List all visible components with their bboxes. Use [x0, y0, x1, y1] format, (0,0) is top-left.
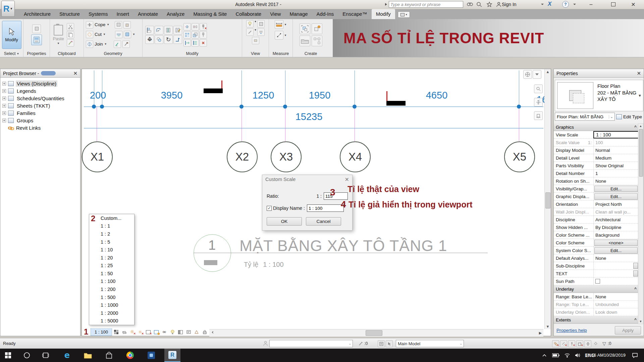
custom-scale-dialog[interactable]: Custom Scale ✕ Ratio: 1 : ✓ Display Name… — [262, 175, 353, 231]
create-assembly-icon[interactable] — [312, 36, 322, 46]
property-row[interactable]: Graphics — [554, 123, 639, 131]
properties-toggle-icon[interactable] — [32, 24, 41, 33]
analytical-model-icon[interactable] — [193, 329, 201, 336]
property-row[interactable]: System Color S... Edit... — [554, 247, 639, 254]
tree-expander-icon[interactable] — [2, 82, 6, 85]
linework-brush-icon[interactable] — [246, 28, 254, 36]
panel-label-measure[interactable]: Measure — [269, 50, 292, 57]
dimension-witness-dot[interactable] — [92, 105, 96, 109]
grid-bubble[interactable]: X1 — [82, 141, 113, 172]
sun-path-icon[interactable]: ☼× — [128, 329, 136, 336]
dimension-value[interactable]: 4650 — [426, 90, 448, 101]
horizontal-scroll-thumb[interactable] — [366, 330, 382, 336]
scroll-right-icon[interactable]: ▶ — [537, 331, 543, 335]
paste-button[interactable]: Paste▼ — [51, 20, 66, 49]
ribbon-tab[interactable]: Analyze — [162, 9, 189, 19]
property-value[interactable]: Clean all wall jo... — [593, 208, 639, 216]
ribbon-tab[interactable]: Add-Ins — [312, 9, 338, 19]
property-row[interactable]: View Scale 1 : 100 — [554, 131, 639, 139]
scale-option[interactable]: 1 : 5 — [89, 238, 134, 246]
tray-chevron-icon[interactable] — [542, 349, 547, 362]
view-title-text[interactable]: MẶT BẰNG XÂY TÔ TẦNG 1 — [239, 237, 447, 255]
type-selector[interactable]: Floor Plan 202 - MẶT BẰNG XÂY TÔ ▼ — [555, 80, 643, 111]
dialog-title-bar[interactable]: Custom Scale ✕ — [262, 175, 352, 184]
browser-tree-item[interactable]: Schedules/Quantities — [0, 95, 80, 102]
property-row[interactable]: Graphic Displa... Edit... — [554, 193, 639, 200]
exclude-options-icon[interactable]: × — [552, 340, 559, 347]
browser-tree-item[interactable]: Legends — [0, 87, 80, 95]
apply-button[interactable]: Apply — [615, 326, 641, 335]
panel-label-create[interactable]: Create — [293, 50, 329, 57]
property-value[interactable]: Medium — [593, 154, 639, 162]
collapse-bar-icon[interactable]: ‹ — [209, 329, 217, 336]
property-value[interactable]: Unbounded — [593, 301, 639, 308]
property-value[interactable]: None — [593, 293, 639, 300]
ribbon-tab[interactable]: Massing & Site — [189, 9, 231, 19]
close-button[interactable]: ✕ — [626, 0, 641, 9]
panel-label-properties[interactable]: Properties — [23, 50, 50, 57]
property-value[interactable]: <none> — [593, 239, 639, 246]
grid-line[interactable] — [519, 107, 519, 141]
property-row[interactable]: Sub-Discipline — [554, 262, 639, 270]
help-icon[interactable]: ? — [562, 1, 569, 8]
exchange-apps-icon[interactable]: X — [548, 1, 551, 7]
split-element-icon[interactable] — [164, 26, 173, 35]
detail-level-icon[interactable] — [112, 329, 120, 336]
demolish-icon[interactable] — [115, 31, 122, 38]
prop-scroll-up-icon[interactable]: ▲ — [638, 124, 643, 128]
chrome-icon[interactable] — [122, 349, 138, 362]
signin-dropdown-icon[interactable] — [538, 1, 547, 8]
orbit-icon[interactable] — [534, 111, 543, 120]
cut-to-clipboard-icon[interactable] — [67, 23, 74, 31]
property-row[interactable]: Default Analys... None — [554, 254, 639, 262]
panel-label-modify[interactable]: Modify — [143, 50, 242, 57]
grid-line[interactable] — [285, 107, 285, 141]
reveal-hidden-elements-icon[interactable] — [168, 329, 176, 336]
property-value[interactable]: Edit... — [593, 193, 639, 200]
ribbon-tab[interactable]: Manage — [285, 9, 312, 19]
temporary-hide-isolate-icon[interactable]: ∞ — [160, 329, 168, 336]
display-name-input[interactable] — [307, 204, 344, 212]
grid-bubble[interactable]: X3 — [271, 141, 302, 172]
dimension-line-1[interactable] — [84, 107, 543, 107]
active-option-cursor-icon[interactable] — [386, 340, 393, 347]
property-value[interactable] — [593, 270, 639, 277]
property-row[interactable]: Extents — [554, 316, 639, 324]
match-type-icon[interactable] — [67, 39, 74, 47]
property-row[interactable]: Scale Value1: 100 — [554, 139, 639, 146]
wifi-icon[interactable] — [564, 349, 570, 362]
edit-type-button[interactable]: Edit Type — [616, 114, 642, 119]
ribbon-tab[interactable]: Systems — [84, 9, 112, 19]
ribbon-tab[interactable]: Architecture — [19, 9, 55, 19]
dimension-witness-dot[interactable] — [239, 105, 244, 109]
select-underlay-icon[interactable]: × — [576, 340, 583, 347]
property-value[interactable]: Project North — [593, 200, 639, 208]
scale-option[interactable]: 1 : 2 — [89, 230, 134, 238]
task-view-button[interactable] — [38, 349, 54, 362]
property-value[interactable]: 1 — [593, 170, 639, 177]
dim-center-icon[interactable] — [192, 23, 199, 31]
browser-tree-item[interactable]: Views (Discipline) — [0, 80, 80, 87]
vertical-scroll-thumb[interactable] — [545, 192, 550, 208]
scale-option[interactable]: 1 : 50 — [89, 269, 134, 278]
scale-option[interactable]: 1 : 10 — [89, 246, 134, 254]
wall-segment[interactable] — [386, 101, 406, 106]
load-family-folder-icon[interactable] — [300, 36, 310, 46]
property-row[interactable]: Parts Visibility Show Original — [554, 162, 639, 170]
property-value[interactable]: Edit... — [593, 247, 639, 254]
ribbon-tab[interactable]: View — [266, 9, 285, 19]
cope-button[interactable]: Cope — [95, 22, 105, 27]
action-center-icon[interactable] — [632, 349, 638, 362]
view-scale-button[interactable]: 1 : 100 — [91, 328, 112, 336]
search-icon[interactable] — [466, 1, 474, 8]
constraints-lock-icon[interactable] — [201, 329, 209, 336]
dimension-witness-dot[interactable] — [100, 105, 104, 109]
communication-center-icon[interactable] — [475, 1, 484, 8]
speaker-icon[interactable] — [575, 349, 581, 362]
store-icon[interactable] — [101, 349, 117, 362]
property-row[interactable]: Underlay — [554, 285, 639, 293]
ribbon-tab[interactable]: Annotate — [133, 9, 162, 19]
scale-option[interactable]: 1 : 20 — [89, 254, 134, 262]
properties-help-link[interactable]: Properties help — [556, 328, 587, 333]
minimize-button[interactable]: – — [584, 0, 598, 9]
